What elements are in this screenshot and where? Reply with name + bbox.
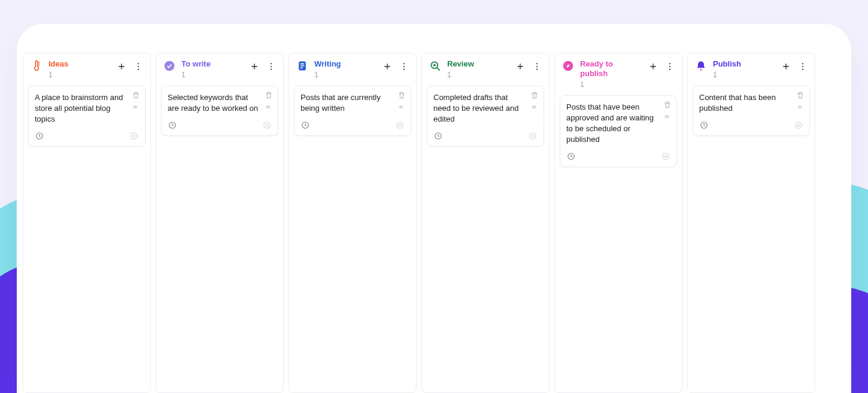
add-subtask-icon[interactable] bbox=[129, 131, 139, 141]
clock-icon[interactable] bbox=[301, 120, 310, 130]
svg-point-28 bbox=[403, 63, 405, 64]
svg-point-41 bbox=[536, 63, 538, 64]
kanban-board: Ideas 1 A place to brainstorm and store … bbox=[17, 53, 851, 393]
column-ideas[interactable]: Ideas 1 A place to brainstorm and store … bbox=[23, 53, 151, 393]
svg-point-7 bbox=[138, 69, 139, 70]
add-card-button[interactable] bbox=[247, 59, 262, 74]
svg-point-29 bbox=[403, 66, 405, 67]
column-count: 1 bbox=[181, 70, 241, 80]
trash-icon[interactable] bbox=[130, 90, 141, 101]
trash-icon[interactable] bbox=[662, 99, 673, 110]
svg-point-12 bbox=[165, 61, 175, 71]
svg-rect-25 bbox=[301, 68, 303, 69]
column-title: Ideas bbox=[48, 59, 108, 69]
column-menu-button[interactable] bbox=[663, 59, 677, 74]
task-card[interactable]: Completed drafts that need to be reviewe… bbox=[427, 86, 544, 147]
flag-icon[interactable] bbox=[263, 103, 274, 114]
column-header: Ready to publish 1 bbox=[555, 53, 682, 95]
svg-point-60 bbox=[802, 63, 803, 64]
column-ready-to-publish[interactable]: Ready to publish 1 Posts that have been … bbox=[554, 53, 682, 393]
search-plus-icon bbox=[429, 60, 441, 72]
kanban-panel: Ideas 1 A place to brainstorm and store … bbox=[17, 24, 851, 393]
card-footer bbox=[301, 120, 405, 131]
column-count: 1 bbox=[314, 70, 374, 80]
column-header: Review 1 bbox=[422, 53, 549, 86]
column-header: Ideas 1 bbox=[23, 53, 150, 86]
add-card-button[interactable] bbox=[114, 59, 129, 74]
bell-icon bbox=[695, 60, 707, 72]
column-to-write[interactable]: To write 1 Selected keywords that are re… bbox=[156, 53, 284, 393]
svg-point-51 bbox=[669, 63, 670, 64]
svg-rect-23 bbox=[301, 64, 305, 65]
task-card[interactable]: Posts that are currently being written bbox=[294, 86, 411, 136]
card-footer bbox=[566, 151, 670, 162]
trash-icon[interactable] bbox=[263, 90, 274, 101]
svg-point-16 bbox=[271, 66, 272, 67]
svg-point-30 bbox=[403, 69, 405, 70]
task-card[interactable]: Selected keywords that are ready to be w… bbox=[161, 86, 278, 136]
column-count: 1 bbox=[713, 70, 773, 80]
add-subtask-icon[interactable] bbox=[661, 152, 670, 161]
card-footer bbox=[35, 131, 139, 141]
task-card[interactable]: Posts that have been approved and are wa… bbox=[560, 95, 677, 167]
svg-point-52 bbox=[669, 66, 670, 67]
flag-icon[interactable] bbox=[529, 103, 540, 114]
column-header: Publish 1 bbox=[688, 53, 815, 86]
column-title: Writing bbox=[314, 59, 374, 69]
column-count: 1 bbox=[447, 70, 507, 80]
svg-rect-24 bbox=[301, 65, 305, 66]
add-subtask-icon[interactable] bbox=[528, 131, 538, 141]
card-footer bbox=[168, 120, 272, 131]
column-count: 1 bbox=[48, 70, 108, 80]
column-menu-button[interactable] bbox=[264, 59, 278, 74]
card-footer bbox=[433, 131, 538, 141]
column-title: Publish bbox=[713, 59, 773, 69]
clock-icon[interactable] bbox=[433, 131, 443, 141]
clock-icon[interactable] bbox=[35, 131, 44, 141]
card-title: A place to brainstorm and store all pote… bbox=[35, 92, 139, 125]
add-card-button[interactable] bbox=[513, 59, 527, 74]
flag-icon[interactable] bbox=[396, 103, 407, 114]
svg-point-5 bbox=[138, 63, 139, 64]
add-card-button[interactable] bbox=[646, 59, 660, 74]
svg-point-6 bbox=[138, 66, 139, 67]
svg-line-36 bbox=[437, 68, 439, 70]
clock-icon[interactable] bbox=[566, 152, 576, 161]
column-writing[interactable]: Writing 1 Posts that are currently being… bbox=[289, 53, 417, 393]
add-subtask-icon[interactable] bbox=[262, 120, 272, 130]
column-publish[interactable]: Publish 1 Content that has been publishe… bbox=[687, 53, 815, 393]
compass-icon bbox=[562, 60, 574, 72]
trash-icon[interactable] bbox=[396, 90, 407, 101]
column-header: To write 1 bbox=[156, 53, 283, 86]
svg-point-42 bbox=[536, 66, 538, 67]
column-count: 1 bbox=[580, 80, 640, 89]
clock-icon[interactable] bbox=[699, 120, 709, 130]
column-menu-button[interactable] bbox=[530, 59, 544, 74]
svg-point-15 bbox=[271, 63, 272, 64]
add-subtask-icon[interactable] bbox=[395, 120, 405, 130]
card-title: Content that has been published bbox=[699, 92, 803, 114]
column-menu-button[interactable] bbox=[796, 59, 810, 74]
column-menu-button[interactable] bbox=[131, 59, 145, 74]
column-header: Writing 1 bbox=[289, 53, 416, 86]
add-card-button[interactable] bbox=[380, 59, 394, 74]
task-card[interactable]: A place to brainstorm and store all pote… bbox=[28, 86, 145, 147]
add-subtask-icon[interactable] bbox=[794, 120, 803, 130]
trash-icon[interactable] bbox=[529, 90, 540, 101]
column-title: To write bbox=[181, 59, 241, 69]
flag-icon[interactable] bbox=[662, 113, 673, 123]
card-footer bbox=[699, 120, 803, 131]
column-menu-button[interactable] bbox=[397, 59, 411, 74]
column-title: Review bbox=[447, 59, 507, 69]
flag-icon[interactable] bbox=[130, 103, 141, 114]
card-title: Completed drafts that need to be reviewe… bbox=[433, 92, 538, 125]
column-review[interactable]: Review 1 Completed drafts that need to b… bbox=[421, 53, 550, 393]
clock-icon[interactable] bbox=[168, 120, 177, 130]
trash-icon[interactable] bbox=[795, 90, 806, 101]
card-title: Posts that are currently being written bbox=[301, 92, 405, 114]
svg-point-43 bbox=[536, 69, 538, 70]
flag-icon[interactable] bbox=[795, 103, 806, 114]
task-card[interactable]: Content that has been published bbox=[693, 86, 810, 136]
add-card-button[interactable] bbox=[779, 59, 793, 74]
svg-point-17 bbox=[271, 69, 272, 70]
